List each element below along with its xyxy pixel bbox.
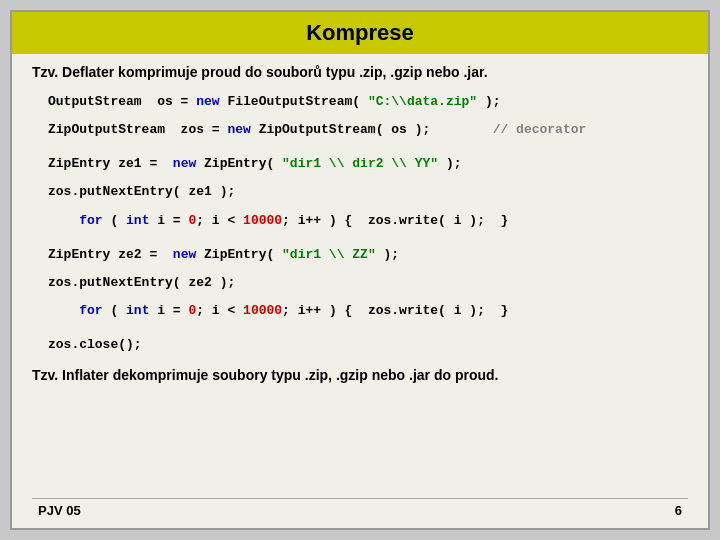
footer-right: 6 [675,503,682,518]
code-line-6: ZipEntry ze2 = new ZipEntry( "dir1 \\ ZZ… [32,241,688,269]
code-line-4: zos.putNextEntry( ze1 ); [32,178,688,206]
code-line-9: zos.close(); [32,331,688,359]
code-line-2: ZipOutputStream zos = new ZipOutputStrea… [32,116,688,144]
code-line-8: for ( int i = 0; i < 10000; i++ ) { zos.… [32,297,688,325]
code-section-2: ZipEntry ze1 = new ZipEntry( "dir1 \\ di… [32,150,688,234]
slide-footer: PJV 05 6 [32,498,688,522]
code-line-5: for ( int i = 0; i < 10000; i++ ) { zos.… [32,207,688,235]
code-line-3: ZipEntry ze1 = new ZipEntry( "dir1 \\ di… [32,150,688,178]
slide-content: Tzv. Deflater komprimuje proud do soubor… [12,54,708,528]
footer-left: PJV 05 [38,503,81,518]
slide: Komprese Tzv. Deflater komprimuje proud … [10,10,710,530]
code-line-7: zos.putNextEntry( ze2 ); [32,269,688,297]
outro-text: Tzv. Inflater dekomprimuje soubory typu … [32,367,688,383]
code-section-1: OutputStream os = new FileOutputStream( … [32,88,688,144]
code-section-3: ZipEntry ze2 = new ZipEntry( "dir1 \\ ZZ… [32,241,688,325]
code-line-1: OutputStream os = new FileOutputStream( … [32,88,688,116]
code-section-4: zos.close(); [32,331,688,359]
slide-title: Komprese [12,12,708,54]
intro-text: Tzv. Deflater komprimuje proud do soubor… [32,64,688,80]
